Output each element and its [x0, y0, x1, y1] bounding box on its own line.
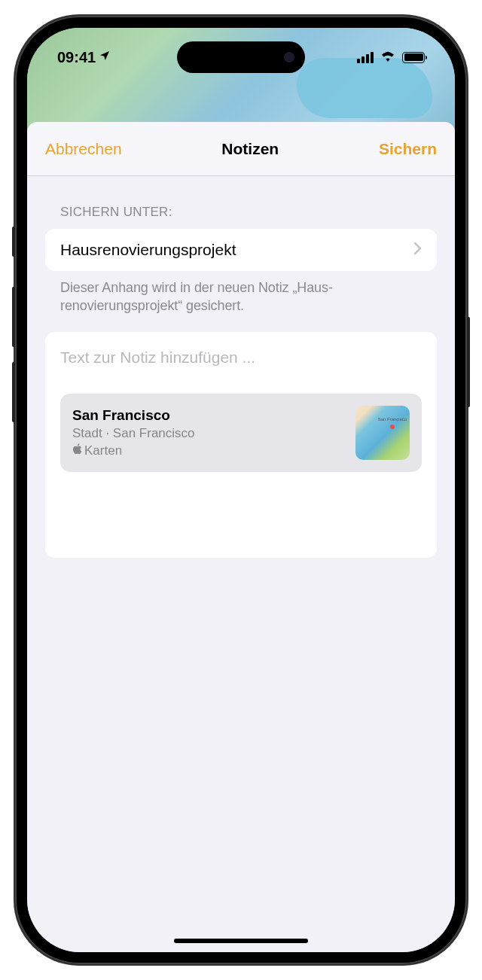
selected-folder-name: Hausrenovierungsprojekt — [60, 241, 236, 259]
folder-picker-row[interactable]: Hausrenovierungsprojekt — [45, 229, 437, 271]
map-thumbnail: San Francisco — [355, 406, 410, 460]
modal-title: Notizen — [221, 140, 279, 158]
attachment-info: San Francisco Stadt · San Francisco Kart… — [72, 407, 195, 458]
chevron-right-icon — [413, 242, 422, 258]
modal-content: SICHERN UNTER: Hausrenovierungsprojekt D… — [27, 176, 455, 558]
map-attachment-card[interactable]: San Francisco Stadt · San Francisco Kart… — [60, 394, 422, 472]
save-button[interactable]: Sichern — [379, 140, 437, 158]
home-indicator[interactable] — [174, 939, 308, 943]
attachment-source-label: Karten — [84, 443, 122, 458]
dynamic-island — [177, 41, 305, 73]
save-under-label: SICHERN UNTER: — [45, 205, 437, 220]
side-button — [12, 227, 15, 257]
attachment-subtitle: Stadt · San Francisco — [72, 426, 195, 441]
helper-text: Dieser Anhang wird in der neuen Notiz „H… — [45, 271, 437, 315]
screen: 09:41 Abbrechen Notizen — [27, 28, 455, 952]
share-sheet-modal: Abbrechen Notizen Sichern SICHERN UNTER:… — [27, 122, 455, 952]
note-placeholder-text: Text zur Notiz hinzufügen ... — [60, 348, 422, 367]
modal-header: Abbrechen Notizen Sichern — [27, 122, 455, 176]
volume-down-button — [12, 362, 15, 422]
note-input-card[interactable]: Text zur Notiz hinzufügen ... San Franci… — [45, 332, 437, 558]
location-services-icon — [99, 50, 111, 65]
battery-icon — [402, 52, 425, 63]
volume-up-button — [12, 287, 15, 347]
apple-logo-icon — [72, 443, 82, 458]
wifi-icon — [380, 50, 396, 65]
map-location-dot-icon — [390, 425, 395, 429]
status-time: 09:41 — [57, 49, 111, 66]
power-button — [467, 317, 470, 407]
cellular-signal-icon — [357, 52, 374, 63]
attachment-title: San Francisco — [72, 407, 195, 424]
cancel-button[interactable]: Abbrechen — [45, 140, 122, 158]
status-indicators — [357, 50, 425, 65]
phone-device-frame: 09:41 Abbrechen Notizen — [15, 16, 467, 964]
clock-time: 09:41 — [57, 49, 96, 66]
map-thumb-label: San Francisco — [378, 417, 407, 422]
attachment-source: Karten — [72, 443, 195, 458]
